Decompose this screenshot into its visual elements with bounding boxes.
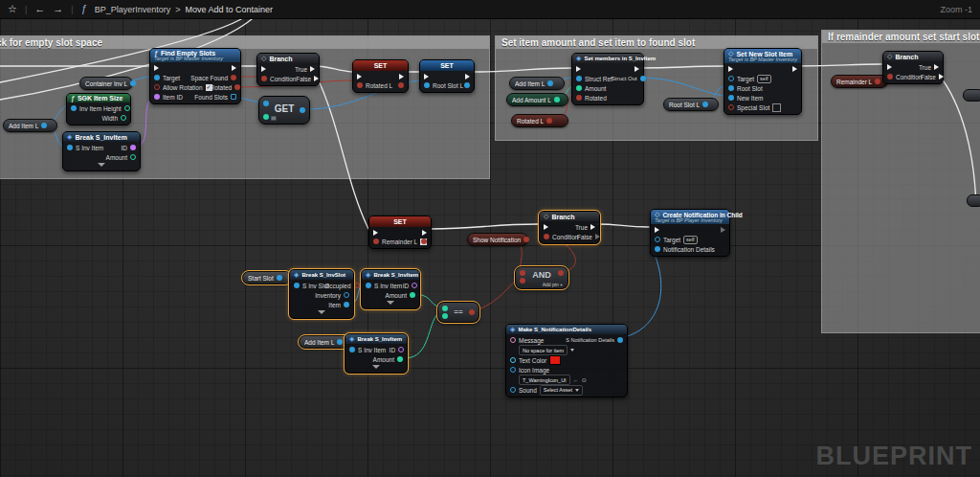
getter-container-inv[interactable]: Container Inv L bbox=[79, 77, 133, 90]
node-break-inv-item-3[interactable]: ◈Break S_InvItem S Inv Item ID Amount bbox=[345, 333, 408, 374]
object-pin[interactable] bbox=[41, 123, 47, 128]
input-pin[interactable] bbox=[510, 387, 516, 393]
exec-false-pin[interactable] bbox=[595, 234, 600, 239]
output-pin[interactable] bbox=[121, 115, 126, 121]
input-pin[interactable] bbox=[349, 347, 355, 352]
input-pin[interactable] bbox=[576, 76, 582, 81]
output-pin[interactable] bbox=[130, 154, 136, 160]
node-and[interactable]: AND Add pin + bbox=[515, 266, 568, 289]
icon-image-field[interactable]: T_WarningIcon_UI bbox=[519, 375, 570, 385]
output-pin[interactable] bbox=[412, 283, 417, 288]
node-branch-top[interactable]: ◇Branch True Condition False bbox=[256, 53, 320, 86]
exec-true-pin[interactable] bbox=[934, 64, 939, 70]
node-get-array-item[interactable]: ▤ GET bbox=[258, 96, 310, 125]
getter-remainder[interactable]: Remainder L bbox=[831, 75, 888, 88]
exec-in-pin[interactable] bbox=[544, 224, 548, 230]
object-pin[interactable] bbox=[337, 339, 343, 345]
output-pin[interactable] bbox=[124, 105, 130, 111]
node-branch-right[interactable]: ◇Branch True Condition False bbox=[882, 51, 944, 84]
input-pin[interactable] bbox=[154, 75, 160, 80]
node-find-empty-slots[interactable]: ƒFind Empty Slots Target is BP Master In… bbox=[149, 48, 241, 104]
output-pin[interactable] bbox=[231, 75, 236, 80]
input-pin[interactable] bbox=[544, 234, 549, 239]
output-pin[interactable] bbox=[617, 337, 623, 343]
input-pin[interactable] bbox=[154, 84, 160, 90]
exec-in-pin[interactable] bbox=[261, 66, 266, 72]
exec-in-pin[interactable] bbox=[154, 65, 159, 71]
favorite-icon[interactable]: ☆ bbox=[8, 4, 17, 14]
exec-false-pin[interactable] bbox=[314, 76, 319, 81]
exec-out-pin[interactable] bbox=[422, 230, 427, 236]
comment-title[interactable]: If remainder amount set start slot to th… bbox=[822, 31, 980, 43]
node-set-rotated[interactable]: SET Rotated L bbox=[352, 59, 409, 93]
output-pin[interactable] bbox=[464, 82, 470, 88]
node-sgk-item-size[interactable]: ƒSGK Item Size Inv Item Height Width bbox=[66, 93, 131, 125]
nav-forward-icon[interactable]: → bbox=[53, 4, 63, 14]
output-pin[interactable] bbox=[234, 84, 240, 90]
collapse-icon[interactable] bbox=[372, 365, 380, 369]
exec-in-pin[interactable] bbox=[655, 227, 659, 233]
exec-in-pin[interactable] bbox=[576, 66, 581, 72]
message-field[interactable]: No space for item bbox=[519, 345, 568, 355]
output-pin[interactable] bbox=[410, 292, 415, 298]
browse-icon[interactable]: ← bbox=[573, 377, 579, 383]
array-output-pin[interactable] bbox=[231, 94, 236, 100]
int-pin[interactable] bbox=[554, 97, 560, 102]
output-pin[interactable] bbox=[354, 283, 360, 288]
input-pin[interactable] bbox=[576, 95, 582, 101]
input-pin[interactable] bbox=[576, 85, 582, 91]
getter-add-item-2[interactable]: Add Item L bbox=[509, 77, 565, 90]
output-pin[interactable] bbox=[344, 302, 349, 307]
input-pin[interactable] bbox=[655, 246, 660, 252]
exec-out-pin[interactable] bbox=[721, 227, 725, 233]
input-pin[interactable] bbox=[728, 76, 734, 81]
input-pin[interactable] bbox=[510, 337, 516, 343]
getter-add-item[interactable]: Add Item L bbox=[3, 119, 57, 132]
input-pin[interactable] bbox=[67, 145, 73, 150]
input-pin[interactable] bbox=[294, 283, 300, 288]
output-pin[interactable] bbox=[130, 145, 136, 150]
input-pin[interactable] bbox=[728, 95, 734, 101]
sound-field[interactable]: Select Asset bbox=[540, 385, 583, 396]
breadcrumb-root[interactable]: BP_PlayerInventory bbox=[95, 5, 171, 14]
use-selected-icon[interactable]: ⊙ bbox=[582, 376, 587, 383]
node-create-notification[interactable]: ◇Create Notification in Child Target is … bbox=[650, 209, 730, 257]
partial-node[interactable] bbox=[963, 89, 980, 102]
node-set-root-slot[interactable]: SET Root Slot L bbox=[419, 59, 475, 93]
output-pin[interactable] bbox=[640, 76, 646, 81]
exec-in-pin[interactable] bbox=[357, 74, 362, 80]
node-set-new-slot-item[interactable]: ◇Set New Slot Item Target is BP Master I… bbox=[724, 48, 802, 115]
add-pin-button[interactable]: Add pin + bbox=[543, 282, 563, 287]
collapse-icon[interactable] bbox=[318, 310, 325, 314]
getter-root-slot[interactable]: Root Slot L bbox=[663, 98, 719, 111]
node-equals[interactable]: == bbox=[437, 302, 479, 323]
output-pin[interactable] bbox=[398, 82, 404, 88]
output-pin[interactable] bbox=[421, 238, 427, 244]
dropdown-icon[interactable] bbox=[570, 349, 574, 352]
input-pin[interactable] bbox=[154, 94, 160, 100]
node-set-members[interactable]: ◈Set members in S_InvItem Struct Ref Str… bbox=[571, 53, 644, 105]
exec-out-pin[interactable] bbox=[399, 74, 404, 80]
exec-in-pin[interactable] bbox=[887, 64, 892, 70]
node-set-remainder[interactable]: SET Remainder L✓ bbox=[368, 216, 432, 249]
input-pin[interactable] bbox=[510, 367, 516, 373]
exec-out-pin[interactable] bbox=[792, 66, 797, 72]
object-pin[interactable] bbox=[547, 80, 553, 86]
bool-pin[interactable] bbox=[875, 79, 880, 84]
input-pin[interactable] bbox=[887, 74, 893, 80]
input-pin[interactable] bbox=[728, 85, 734, 91]
index-input-pin[interactable] bbox=[263, 114, 269, 120]
output-pin[interactable] bbox=[397, 356, 403, 362]
input-pin[interactable] bbox=[71, 105, 77, 111]
input-pin[interactable] bbox=[424, 82, 430, 88]
getter-add-amount[interactable]: Add Amount L bbox=[506, 93, 568, 106]
partial-node[interactable] bbox=[967, 194, 980, 207]
checkbox-unchecked-icon[interactable] bbox=[772, 103, 781, 112]
input-pin[interactable] bbox=[510, 357, 516, 363]
input-pin[interactable] bbox=[655, 237, 660, 242]
exec-in-pin[interactable] bbox=[373, 230, 378, 236]
exec-in-pin[interactable] bbox=[424, 74, 429, 80]
node-break-inv-item-2[interactable]: ◈Break S_InvItem S Inv Item ID Amount bbox=[361, 269, 420, 309]
color-swatch[interactable] bbox=[549, 355, 561, 365]
node-branch-middle[interactable]: ◇Branch True Condition False bbox=[539, 211, 600, 244]
